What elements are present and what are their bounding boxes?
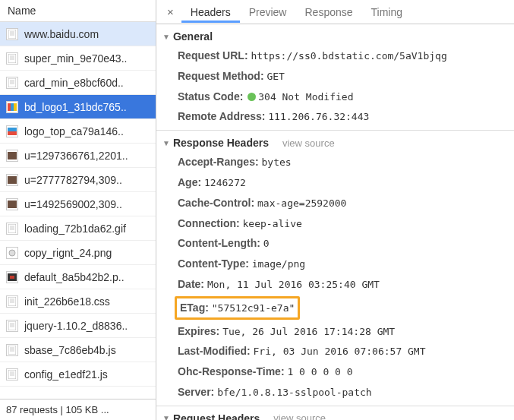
network-request-list-panel: Name www.baidu.comsuper_min_9e70e43..car… xyxy=(0,0,156,420)
tab-headers[interactable]: Headers xyxy=(181,2,240,23)
request-row[interactable]: u=1297366761,2201.. xyxy=(0,144,156,168)
triangle-down-icon: ▼ xyxy=(162,33,170,41)
etag-highlight: ETag: "57512c91-e7a" xyxy=(175,296,300,320)
request-row[interactable]: u=1492569002,309.. xyxy=(0,192,156,216)
request-row[interactable]: super_min_9e70e43.. xyxy=(0,46,156,71)
header-key: Remote Address: xyxy=(178,110,265,122)
request-row[interactable]: sbase_7c86eb4b.js xyxy=(0,338,156,362)
header-row: Cache-Control: max-age=2592000 xyxy=(156,193,514,213)
request-filename: card_min_e8bcf60d.. xyxy=(24,77,150,89)
request-row[interactable]: bd_logo1_31bdc765.. xyxy=(0,95,156,119)
request-filename: config_e1edf21.js xyxy=(24,368,150,381)
svg-rect-16 xyxy=(8,131,17,135)
image-icon xyxy=(6,271,18,283)
image-icon xyxy=(6,101,18,113)
header-row: Date: Mon, 11 Jul 2016 03:25:40 GMT xyxy=(156,274,514,295)
header-value: keep-alive xyxy=(243,218,302,229)
request-filename: www.baidu.com xyxy=(24,28,150,40)
name-column-header[interactable]: Name xyxy=(0,0,156,22)
header-row: Expires: Tue, 26 Jul 2016 17:14:28 GMT xyxy=(156,321,514,342)
status-dot-icon xyxy=(248,93,256,101)
request-row[interactable]: logo_top_ca79a146.. xyxy=(0,119,156,144)
request-filename: super_min_9e70e43.. xyxy=(24,52,150,65)
header-key: Connection: xyxy=(178,217,240,229)
header-key: Age: xyxy=(178,176,201,188)
header-key: ETag: xyxy=(180,302,209,314)
header-value: bfe/1.0.8.13-sslpool-patch xyxy=(217,387,372,398)
header-row: ETag: "57512c91-e7a" xyxy=(156,295,514,321)
request-row[interactable]: jquery-1.10.2_d8836.. xyxy=(0,314,156,338)
svg-rect-13 xyxy=(11,103,14,111)
svg-rect-39 xyxy=(8,370,16,379)
request-filename: logo_top_ca79a146.. xyxy=(24,125,150,137)
header-value: image/png xyxy=(252,258,305,270)
request-row[interactable]: card_min_e8bcf60d.. xyxy=(0,71,156,95)
header-row: Request URL: https://ss0.bdstatic.com/5a… xyxy=(156,46,514,66)
svg-rect-20 xyxy=(8,224,16,233)
headers-details: ▼GeneralRequest URL: https://ss0.bdstati… xyxy=(156,24,514,420)
request-row[interactable]: loading_72b1da62.gif xyxy=(0,216,156,241)
header-value: 111.206.76.32:443 xyxy=(268,111,369,122)
section-title: Request Headers xyxy=(173,412,260,420)
header-value: GET xyxy=(266,71,284,82)
svg-rect-4 xyxy=(8,54,16,63)
header-key: Expires: xyxy=(178,325,219,337)
svg-rect-14 xyxy=(14,103,17,111)
header-value: Tue, 26 Jul 2016 17:14:28 GMT xyxy=(222,326,395,337)
header-value: bytes xyxy=(261,156,291,168)
network-summary-footer: 87 requests | 105 KB ... xyxy=(0,399,156,420)
request-filename: init_226b6e18.css xyxy=(24,295,150,308)
request-filename: u=2777782794,309.. xyxy=(24,174,150,186)
request-row[interactable]: www.baidu.com xyxy=(0,22,156,46)
tab-preview[interactable]: Preview xyxy=(240,2,296,23)
image-icon xyxy=(6,198,18,210)
svg-rect-35 xyxy=(8,346,16,355)
image-icon xyxy=(6,247,18,259)
request-filename: jquery-1.10.2_d8836.. xyxy=(24,320,150,332)
document-icon xyxy=(6,295,18,308)
header-row: Server: bfe/1.0.8.13-sslpool-patch xyxy=(156,382,514,403)
request-row[interactable]: config_e1edf21.js xyxy=(0,362,156,387)
header-row: Accept-Ranges: bytes xyxy=(156,152,514,172)
details-panel: × HeadersPreviewResponseTiming ▼GeneralR… xyxy=(156,0,514,420)
request-filename: bd_logo1_31bdc765.. xyxy=(24,101,150,113)
svg-rect-26 xyxy=(10,276,14,279)
view-source-link[interactable]: view source xyxy=(273,412,326,420)
header-key: Cache-Control: xyxy=(178,197,254,209)
details-tabs: × HeadersPreviewResponseTiming xyxy=(156,0,514,24)
request-row[interactable]: copy_rignt_24.png xyxy=(0,241,156,265)
view-source-link[interactable]: view source xyxy=(282,137,335,149)
svg-rect-31 xyxy=(8,321,16,330)
svg-rect-19 xyxy=(8,201,17,208)
section-header[interactable]: ▼Request Headersview source xyxy=(156,409,514,420)
triangle-down-icon: ▼ xyxy=(162,139,170,147)
header-value: Mon, 11 Jul 2016 03:25:40 GMT xyxy=(207,279,380,290)
section-header[interactable]: ▼Response Headersview source xyxy=(156,134,514,152)
document-icon xyxy=(6,320,18,332)
request-filename: loading_72b1da62.gif xyxy=(24,223,150,235)
header-row: Status Code: 304 Not Modified xyxy=(156,87,514,107)
section-title: Response Headers xyxy=(173,137,269,149)
request-row[interactable]: default_8a5b42b2.p.. xyxy=(0,265,156,289)
document-icon xyxy=(6,52,18,65)
header-key: Ohc-Response-Time: xyxy=(178,365,285,377)
document-icon xyxy=(6,28,18,40)
request-row[interactable]: init_226b6e18.css xyxy=(0,289,156,314)
svg-rect-27 xyxy=(8,297,16,306)
header-row: Content-Length: 0 xyxy=(156,233,514,254)
section-header[interactable]: ▼General xyxy=(156,27,514,46)
header-row: Remote Address: 111.206.76.32:443 xyxy=(156,106,514,127)
header-value: 1 0 0 0 0 0 xyxy=(287,366,352,377)
request-row[interactable]: u=2777782794,309.. xyxy=(0,168,156,192)
tab-response[interactable]: Response xyxy=(295,2,361,23)
triangle-down-icon: ▼ xyxy=(162,414,170,420)
header-key: Content-Type: xyxy=(178,257,249,270)
close-icon[interactable]: × xyxy=(159,5,181,18)
header-value: 1246272 xyxy=(204,177,246,188)
header-key: Server: xyxy=(178,386,214,398)
header-value: Fri, 03 Jun 2016 07:06:57 GMT xyxy=(254,346,426,357)
tab-timing[interactable]: Timing xyxy=(362,2,412,23)
request-list: www.baidu.comsuper_min_9e70e43..card_min… xyxy=(0,22,156,399)
request-filename: copy_rignt_24.png xyxy=(24,247,150,259)
header-key: Content-Length: xyxy=(178,237,260,249)
